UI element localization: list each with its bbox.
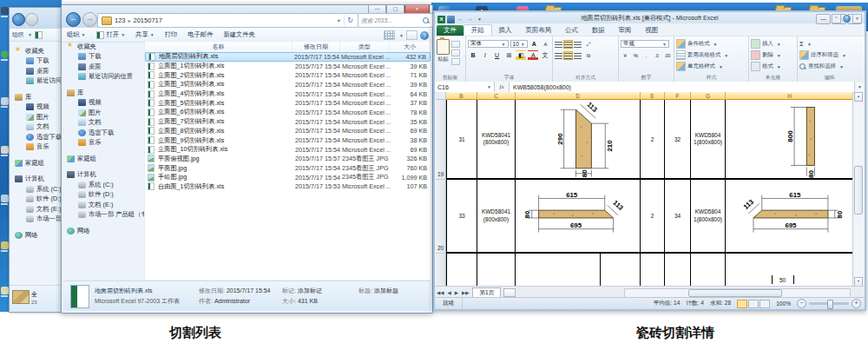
file-row[interactable]: 立面图_5切割砖列表.xls 2015/7/17 15:54 Microsoft…	[145, 98, 431, 108]
row-header[interactable]: 20	[436, 180, 446, 254]
font-color-icon[interactable]: A	[528, 50, 538, 61]
minimize-ribbon-icon[interactable]: ^	[832, 14, 841, 23]
address-dropdown-icon[interactable]: ▼	[337, 18, 341, 23]
sidebar-item[interactable]: 收藏夹	[63, 42, 144, 52]
fx-icon[interactable]: fx	[495, 82, 510, 92]
ribbon-tab[interactable]: 文件	[437, 25, 464, 36]
autosum-button[interactable]: Σ▼	[799, 38, 859, 50]
file-row[interactable]: 立面图_2切割砖列表.xls 2015/7/17 15:54 Microsoft…	[145, 70, 431, 80]
sidebar-item[interactable]: 文档 (E:)	[11, 204, 63, 215]
zoom-slider[interactable]	[809, 302, 849, 305]
zoom-slider-thumb[interactable]	[827, 300, 833, 309]
background-explorer-window[interactable]: 组织▼ 收藏夹 下载 桌面	[9, 7, 63, 313]
window-mini-icon[interactable]: ▾	[852, 14, 862, 23]
shrink-font-icon[interactable]: A	[541, 39, 550, 50]
cell-f20[interactable]: 34	[665, 180, 691, 254]
conditional-formatting-button[interactable]: 条件格式▼	[676, 38, 746, 50]
excel-logo-icon[interactable]: X	[437, 16, 445, 23]
sidebar-item[interactable]: 图片	[11, 112, 63, 122]
column-header[interactable]: B	[446, 92, 477, 100]
cell-g21[interactable]	[691, 254, 726, 287]
vertical-scrollbar[interactable]: ▲ ▼	[852, 92, 864, 287]
copy-icon[interactable]	[451, 50, 460, 56]
paste-button[interactable]: 粘贴	[437, 39, 450, 75]
align-center-icon[interactable]	[564, 52, 572, 59]
merge-center-icon[interactable]: ⧉	[583, 50, 594, 61]
cell-b21[interactable]	[446, 254, 477, 287]
increase-decimal-icon[interactable]: .0	[653, 50, 661, 61]
breadcrumb-segment[interactable]: 20150717	[134, 17, 162, 24]
format-painter-icon[interactable]	[451, 58, 460, 65]
cell-d21[interactable]	[516, 254, 641, 287]
file-row[interactable]: 自由面_1切割砖列表.xls 2015/7/17 15:53 Microsoft…	[145, 182, 431, 192]
column-header[interactable]: C	[477, 92, 516, 100]
align-middle-icon[interactable]	[564, 41, 572, 48]
cell-f21[interactable]	[665, 254, 691, 287]
ribbon-tab[interactable]: 数据	[585, 25, 612, 36]
delete-cells-button[interactable]: 删除▼	[751, 50, 795, 61]
file-row[interactable]: 立面图_8切割砖列表.xls 2015/7/17 15:54 Microsoft…	[145, 127, 431, 136]
find-select-button[interactable]: 查找和选择▼	[799, 61, 859, 72]
next-sheet-icon[interactable]: ▶	[453, 290, 460, 295]
ribbon-tab[interactable]: 开始	[464, 24, 492, 36]
sidebar-item[interactable]: 桌面	[11, 66, 63, 76]
insert-cells-button[interactable]: 插入▼	[751, 38, 795, 50]
address-bar[interactable]: 123 ▸ 20150717 ▼ ↻	[97, 13, 358, 28]
desktop-icon[interactable]	[1, 241, 9, 249]
file-row[interactable]: 立面图_7切割砖列表.xls 2015/7/17 15:54 Microsoft…	[145, 117, 431, 127]
cell-h19-tile-diagram[interactable]: 800 80	[726, 100, 853, 180]
prev-sheet-icon[interactable]: ◀	[445, 290, 452, 295]
expand-formula-bar-icon[interactable]: ▼	[854, 82, 865, 92]
file-row[interactable]: 立面图_3切割砖列表.xls 2015/7/17 15:54 Microsoft…	[145, 80, 431, 89]
sidebar-item[interactable]: 最近访问的位置	[11, 76, 63, 87]
italic-icon[interactable]: I	[480, 50, 490, 61]
new-folder-button[interactable]: 新建文件夹	[218, 30, 260, 39]
forward-icon[interactable]: →	[82, 12, 97, 27]
page-break-view-icon[interactable]	[760, 300, 770, 308]
column-header-date[interactable]: 修改日期	[293, 42, 340, 52]
last-sheet-icon[interactable]: ▶▶	[460, 290, 470, 295]
sidebar-item[interactable]: 文档	[63, 118, 144, 129]
sidebar-item[interactable]: 家庭组	[63, 154, 144, 164]
cell-c21[interactable]	[477, 254, 516, 287]
first-sheet-icon[interactable]: ◀◀	[435, 290, 445, 295]
file-row[interactable]: 平面图.jpg 2015/7/17 15:54 2345看图王 JPG ... …	[145, 163, 431, 173]
row-header[interactable]	[436, 254, 446, 287]
undo-icon[interactable]: ←	[457, 16, 464, 23]
sidebar-item[interactable]: 计算机	[63, 170, 144, 181]
refresh-icon[interactable]: ↻	[344, 15, 356, 26]
cut-icon[interactable]	[451, 41, 460, 48]
row-header[interactable]: 19	[436, 100, 446, 180]
sidebar-item[interactable]: 市场一部 产品组（专用）	[63, 210, 144, 221]
scrollbar-thumb[interactable]	[854, 166, 863, 215]
column-header[interactable]: E	[641, 92, 665, 100]
orientation-icon[interactable]: ⤢	[583, 39, 594, 50]
percent-icon[interactable]: %	[631, 50, 640, 61]
cell-d20-tile-diagram[interactable]: 615 80 695 113	[516, 180, 641, 254]
column-header[interactable]: D	[516, 92, 641, 100]
fill-color-icon[interactable]: ◧	[516, 50, 526, 61]
insert-sheet-icon[interactable]	[503, 288, 516, 297]
cell-b20[interactable]: 33	[446, 180, 477, 254]
details-tags[interactable]: 标记: 添加标记	[282, 287, 322, 295]
ribbon-tab[interactable]: 视图	[638, 25, 665, 36]
zoom-level[interactable]: 100%	[776, 300, 791, 307]
file-row[interactable]: 手绘图.jpg 2015/7/17 15:54 2345看图王 JPG ... …	[145, 173, 431, 182]
ribbon-tab[interactable]: 审阅	[611, 25, 638, 36]
grow-font-icon[interactable]: A	[529, 39, 539, 50]
search-input[interactable]: 搜索 2015...	[358, 13, 433, 28]
open-menu[interactable]: 打开▼	[91, 30, 131, 39]
desktop-icon[interactable]	[1, 146, 9, 154]
zoom-out-icon[interactable]: −	[797, 299, 806, 308]
sort-filter-button[interactable]: 排序和筛选▼	[799, 50, 859, 61]
borders-icon[interactable]: ⊞	[504, 50, 515, 61]
desktop-icon[interactable]	[1, 287, 9, 294]
cell-h20-tile-diagram[interactable]: 615 80 695 113	[726, 180, 853, 254]
cell-e19[interactable]: 2	[641, 100, 665, 180]
desktop-icon[interactable]	[1, 195, 9, 202]
column-header-size[interactable]: 大小	[390, 42, 431, 52]
column-header-type[interactable]: 类型	[340, 42, 390, 52]
back-icon[interactable]	[12, 13, 25, 26]
name-box[interactable]: C16▼	[435, 82, 495, 92]
save-icon[interactable]	[447, 16, 455, 23]
